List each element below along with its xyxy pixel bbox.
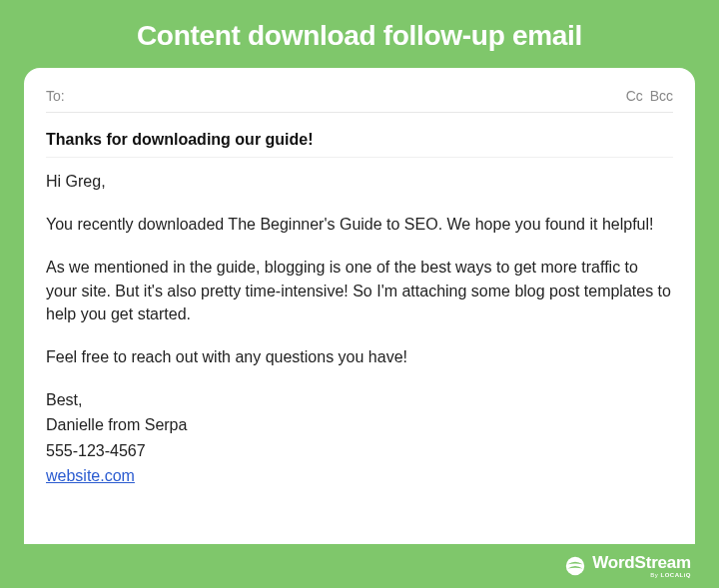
paragraph-1: You recently downloaded The Beginner's G…: [46, 213, 673, 236]
email-card: To: Cc Bcc Thanks for downloading our gu…: [24, 68, 695, 544]
paragraph-2: As we mentioned in the guide, blogging i…: [46, 256, 673, 325]
signature-block: Best, Danielle from Serpa 555-123-4567 w…: [46, 388, 673, 487]
website-link[interactable]: website.com: [46, 467, 135, 484]
recipients-row: To: Cc Bcc: [46, 82, 673, 113]
footer: WordStream By LOCALiQ: [24, 544, 695, 588]
subject-line: Thanks for downloading our guide!: [46, 113, 673, 158]
sender-phone: 555-123-4567: [46, 439, 673, 462]
email-body: Hi Greg, You recently downloaded The Beg…: [46, 170, 673, 487]
closing: Best,: [46, 388, 673, 411]
bcc-button[interactable]: Bcc: [650, 88, 673, 104]
greeting: Hi Greg,: [46, 170, 673, 193]
frame: Content download follow-up email To: Cc …: [0, 0, 719, 588]
brand-text: WordStream By LOCALiQ: [592, 554, 691, 578]
brand-byline: By LOCALiQ: [650, 572, 691, 578]
paragraph-3: Feel free to reach out with any question…: [46, 345, 673, 368]
brand-name: WordStream: [592, 554, 691, 571]
cc-button[interactable]: Cc: [626, 88, 643, 104]
cc-bcc-group: Cc Bcc: [623, 88, 673, 104]
to-label: To:: [46, 88, 65, 104]
wordstream-logo-icon: [565, 556, 585, 576]
sender-name: Danielle from Serpa: [46, 413, 673, 436]
page-title: Content download follow-up email: [24, 0, 695, 68]
